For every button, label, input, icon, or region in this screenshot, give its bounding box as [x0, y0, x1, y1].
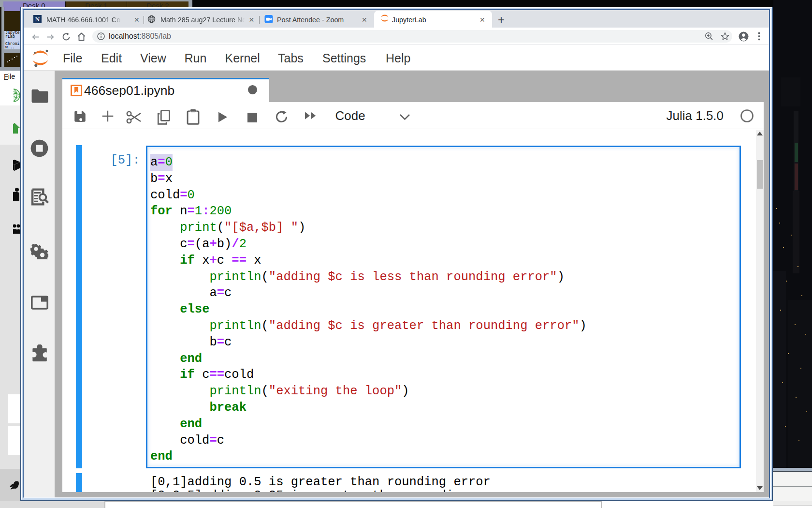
- svg-text:N: N: [35, 15, 40, 23]
